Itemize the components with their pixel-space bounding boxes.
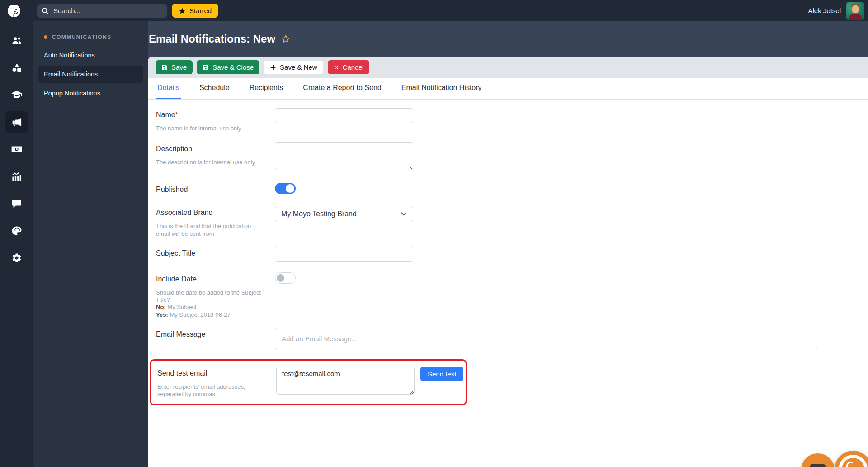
sidebar-item-popup-notifications[interactable]: Popup Notifications [38, 85, 143, 102]
name-help: The name is for internal use only [156, 125, 264, 132]
include-date-toggle[interactable] [275, 272, 296, 284]
include-date-label-cell: Include Date Should the date be added to… [156, 272, 275, 319]
highlight-box: Send test email Enter recipients' email … [150, 359, 467, 406]
rail-item-users[interactable] [5, 29, 28, 52]
send-test-input[interactable]: test@tesemail.com [276, 367, 415, 395]
user-name: Alek Jetsel [808, 7, 841, 14]
rail-item-settings[interactable] [5, 247, 28, 269]
search-box[interactable] [37, 4, 167, 18]
published-row: Published [156, 183, 868, 194]
floppy-icon [203, 64, 209, 71]
send-test-row: Send test email Enter recipients' email … [157, 367, 466, 398]
user-avatar[interactable] [846, 2, 864, 20]
published-label: Published [156, 186, 275, 194]
icon-rail [0, 21, 33, 467]
send-test-label-cell: Send test email Enter recipients' email … [157, 367, 276, 398]
email-message-label: Email Message [156, 330, 275, 338]
description-help: The description is for internal use only [156, 159, 264, 166]
avatar-face [852, 5, 859, 13]
megaphone-icon [11, 117, 22, 128]
cancel-button[interactable]: Cancel [328, 60, 370, 74]
email-message-input[interactable] [275, 328, 817, 350]
page-title: Email Notifications: New [149, 33, 275, 45]
subject-title-label: Subject Title [156, 249, 275, 257]
associated-brand-help: This is the Brand that the notification … [156, 223, 264, 238]
shapes-icon [11, 62, 22, 73]
name-input[interactable] [275, 108, 413, 123]
x-icon [334, 65, 339, 70]
sidebar-item-email-notifications[interactable]: Email Notifications [38, 66, 143, 83]
include-date-label: Include Date [156, 275, 275, 283]
rail-item-messages[interactable] [5, 192, 28, 215]
graduation-cap-icon [11, 89, 23, 101]
elephant-logo-icon [6, 3, 22, 19]
include-date-help-text: Should the date be added to the Subject … [156, 289, 261, 303]
plus-icon [270, 64, 276, 71]
send-test-button[interactable]: Send test [420, 367, 463, 381]
avatar-shoulders [849, 14, 862, 20]
save-label: Save [171, 63, 187, 71]
tab-details[interactable]: Details [156, 78, 181, 99]
name-label-cell: Name* The name is for internal use only [156, 108, 275, 132]
rail-item-shapes[interactable] [5, 57, 28, 79]
description-input[interactable] [275, 142, 413, 170]
include-date-help: Should the date be added to the Subject … [156, 289, 264, 319]
description-label-cell: Description The description is for inter… [156, 142, 275, 166]
action-toolbar: Save Save & Close Save & New Cancel [148, 57, 868, 78]
search-input[interactable] [52, 6, 156, 15]
tab-recipients[interactable]: Recipients [248, 78, 285, 99]
money-icon [11, 143, 23, 155]
example-no-text: My Subject [167, 304, 196, 310]
tab-history[interactable]: Email Notification History [400, 78, 483, 99]
mascot-ring [839, 455, 868, 467]
send-test-help: Enter recipients' email addresses, separ… [157, 383, 265, 398]
section-dot-icon [44, 35, 47, 39]
associated-brand-select[interactable]: My Moyo Testing Brand [275, 206, 413, 222]
save-and-new-button[interactable]: Save & New [264, 60, 324, 74]
search-icon [42, 7, 49, 14]
include-date-row: Include Date Should the date be added to… [156, 272, 868, 319]
description-label: Description [156, 145, 275, 153]
example-yes-text: My Subject 2018-06-27 [170, 311, 230, 318]
email-message-row: Email Message [156, 328, 868, 350]
toggle-knob [277, 274, 284, 282]
tab-schedule[interactable]: Schedule [198, 78, 231, 99]
subject-label-cell: Subject Title [156, 247, 275, 257]
example-no-label: No: [156, 304, 166, 310]
floppy-icon [161, 64, 168, 71]
associated-brand-value: My Moyo Testing Brand [281, 210, 357, 218]
rail-item-analytics[interactable] [5, 165, 28, 188]
content-panel: Save Save & Close Save & New Cancel [148, 57, 868, 467]
users-icon [11, 35, 22, 46]
tab-create-report[interactable]: Create a Report to Send [302, 78, 382, 99]
details-form: Name* The name is for internal use only … [148, 100, 868, 405]
rail-item-branding[interactable] [5, 219, 28, 242]
published-label-cell: Published [156, 183, 275, 194]
starred-button[interactable]: Starred [172, 4, 218, 18]
sidebar-section-header: COMMUNICATIONS [33, 29, 148, 47]
rail-item-communications[interactable] [5, 111, 28, 133]
star-outline-icon[interactable] [281, 34, 290, 43]
subject-title-input[interactable] [275, 247, 413, 262]
sidebar: COMMUNICATIONS Auto Notifications Email … [33, 21, 148, 467]
chevron-down-icon [401, 212, 407, 216]
save-button[interactable]: Save [156, 60, 193, 74]
toggle-knob [286, 184, 294, 193]
app-logo[interactable] [0, 3, 28, 19]
description-row: Description The description is for inter… [156, 142, 868, 172]
rail-item-billing[interactable] [5, 138, 28, 161]
topbar: Starred Alek Jetsel [0, 0, 868, 21]
mascot-icon [842, 458, 864, 467]
cancel-label: Cancel [343, 63, 364, 71]
published-toggle[interactable] [275, 183, 296, 194]
rail-item-learning[interactable] [5, 84, 28, 106]
tab-bar: Details Schedule Recipients Create a Rep… [148, 78, 868, 100]
save-and-close-button[interactable]: Save & Close [197, 60, 259, 74]
title-row: Email Notifications: New [148, 21, 868, 57]
save-and-new-label: Save & New [280, 63, 317, 71]
name-row: Name* The name is for internal use only [156, 108, 868, 132]
chart-icon [11, 171, 22, 182]
name-label: Name* [156, 111, 275, 119]
sidebar-item-auto-notifications[interactable]: Auto Notifications [38, 47, 143, 64]
mascot-curve [844, 460, 858, 467]
